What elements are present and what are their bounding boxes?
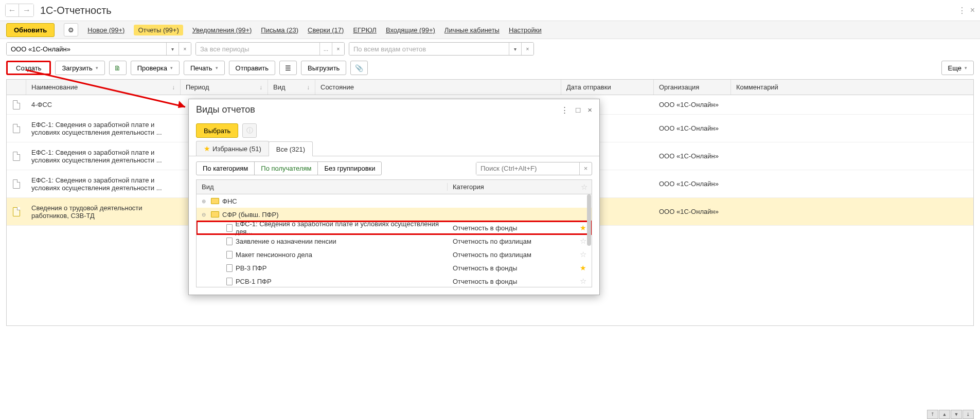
modal-th-type[interactable]: Вид bbox=[197, 183, 448, 191]
nav-reports[interactable]: Отчеты (99+) bbox=[134, 25, 183, 35]
row-name: ЕФС-1: Сведения о заработной плате и усл… bbox=[26, 144, 181, 168]
period-filter-clear[interactable]: × bbox=[332, 43, 344, 55]
th-org[interactable]: Организация bbox=[654, 80, 731, 95]
row-name: ЕФС-1: Сведения о заработной плате и усл… bbox=[26, 172, 181, 196]
th-icon bbox=[7, 80, 26, 95]
row-name: 4-ФСС bbox=[26, 97, 181, 113]
scroll-bottom-button[interactable]: ⤓ bbox=[963, 410, 974, 419]
th-state[interactable]: Состояние bbox=[315, 80, 561, 95]
document-icon bbox=[13, 152, 20, 161]
tree-item[interactable]: Макет пенсионного дела Отчетность по физ… bbox=[197, 248, 592, 261]
create-button[interactable]: Создать bbox=[6, 61, 51, 75]
document-icon bbox=[226, 238, 233, 245]
org-filter-dropdown[interactable]: ▾ bbox=[166, 43, 179, 55]
attach-icon-button[interactable]: 📎 bbox=[350, 61, 368, 75]
filter-row: ▾ × … × ▾ × bbox=[0, 39, 980, 59]
period-filter-picker[interactable]: … bbox=[319, 43, 332, 55]
tree-item[interactable]: ЕФС-1: Сведения о заработной плате и усл… bbox=[197, 221, 592, 234]
print-button[interactable]: Печать bbox=[184, 61, 225, 75]
th-period[interactable]: Период↓ bbox=[181, 80, 268, 95]
th-type[interactable]: Вид↓ bbox=[268, 80, 315, 95]
folder-icon bbox=[211, 211, 219, 217]
seg-by-recipient[interactable]: По получателям bbox=[254, 161, 318, 175]
document-icon bbox=[13, 179, 20, 189]
star-icon[interactable]: ☆ bbox=[580, 277, 586, 286]
star-icon: ★ bbox=[204, 144, 210, 153]
star-icon[interactable]: ☆ bbox=[580, 250, 586, 259]
nav-new[interactable]: Новое (99+) bbox=[87, 26, 124, 34]
gear-icon[interactable]: ⚙ bbox=[64, 23, 78, 37]
toolbar: Обновить ⚙ Новое (99+) Отчеты (99+) Увед… bbox=[0, 21, 980, 39]
tree-item[interactable]: РСВ-1 ПФР Отчетность в фонды☆ bbox=[197, 275, 592, 287]
period-filter-input[interactable] bbox=[196, 43, 319, 55]
search-input[interactable] bbox=[476, 162, 579, 175]
row-name: Сведения о трудовой деятельности работни… bbox=[26, 200, 181, 224]
scroll-down-button[interactable]: ▼ bbox=[951, 410, 962, 419]
expand-icon[interactable]: ⊕ bbox=[202, 198, 208, 204]
modal-maximize-icon[interactable]: □ bbox=[576, 105, 580, 115]
close-icon[interactable]: × bbox=[970, 6, 975, 15]
info-icon-button[interactable]: ⓘ bbox=[242, 123, 257, 138]
report-types-modal: Виды отчетов ⋮ □ × Выбрать ⓘ ★Избранные … bbox=[188, 99, 600, 295]
title-bar: ← → 1С-Отчетность ⋮ × bbox=[0, 0, 980, 21]
scrollbar-thumb[interactable] bbox=[587, 194, 591, 246]
tree-item[interactable]: РВ-3 ПФР Отчетность в фонды★ bbox=[197, 261, 592, 275]
row-org: ООО «1С-Онлайн» bbox=[654, 97, 731, 113]
nav-arrows: ← → bbox=[5, 4, 34, 17]
modal-th-category[interactable]: Категория☆ bbox=[448, 183, 592, 192]
modal-menu-icon[interactable]: ⋮ bbox=[561, 105, 568, 115]
type-filter-clear[interactable]: × bbox=[521, 43, 533, 55]
row-org: ООО «1С-Онлайн» bbox=[654, 148, 731, 164]
star-icon[interactable]: ★ bbox=[580, 224, 586, 232]
reload-icon-button[interactable]: 🗎 bbox=[109, 61, 127, 75]
seg-by-category[interactable]: По категориям bbox=[196, 161, 255, 175]
collapse-icon[interactable]: ⊖ bbox=[202, 212, 208, 217]
star-icon[interactable]: ★ bbox=[580, 264, 586, 272]
star-icon: ☆ bbox=[581, 183, 587, 192]
search-clear-button[interactable]: × bbox=[579, 162, 592, 175]
nav-egrul[interactable]: ЕГРЮЛ bbox=[353, 26, 376, 34]
row-name: ЕФС-1: Сведения о заработной плате и усл… bbox=[26, 117, 181, 140]
scroll-top-button[interactable]: ⤒ bbox=[927, 410, 938, 419]
select-button[interactable]: Выбрать bbox=[196, 123, 238, 138]
document-icon bbox=[13, 207, 20, 216]
type-filter-input[interactable] bbox=[349, 43, 509, 55]
load-button[interactable]: Загрузить bbox=[55, 61, 104, 75]
nav-reconciliations[interactable]: Сверки (17) bbox=[308, 26, 344, 34]
th-name[interactable]: Наименование↓ bbox=[26, 80, 181, 95]
seg-no-group[interactable]: Без группировки bbox=[317, 161, 382, 175]
nav-cabinets[interactable]: Личные кабинеты bbox=[444, 26, 500, 34]
document-icon bbox=[226, 264, 233, 272]
nav-back-button[interactable]: ← bbox=[6, 4, 19, 16]
scroll-up-button[interactable]: ▲ bbox=[939, 410, 950, 419]
export-button[interactable]: Выгрузить bbox=[301, 61, 346, 75]
row-org: ООО «1С-Онлайн» bbox=[654, 204, 731, 220]
row-org: ООО «1С-Онлайн» bbox=[654, 176, 731, 192]
tree-item[interactable]: Заявление о назначении пенсии Отчетность… bbox=[197, 234, 592, 248]
nav-notifications[interactable]: Уведомления (99+) bbox=[192, 26, 252, 34]
nav-incoming[interactable]: Входящие (99+) bbox=[386, 26, 435, 34]
tab-favorites[interactable]: ★Избранные (51) bbox=[196, 141, 269, 156]
type-filter-dropdown[interactable]: ▾ bbox=[509, 43, 521, 55]
tab-all[interactable]: Все (321) bbox=[269, 141, 313, 156]
document-icon bbox=[226, 224, 233, 232]
tree-folder-fns[interactable]: ⊕ФНС bbox=[197, 194, 592, 208]
star-icon[interactable]: ☆ bbox=[580, 236, 586, 246]
nav-forward-button[interactable]: → bbox=[20, 4, 33, 16]
check-button[interactable]: Проверка bbox=[131, 61, 180, 75]
nav-settings[interactable]: Настройки bbox=[509, 26, 542, 34]
tree-folder-sfr[interactable]: ⊖СФР (бывш. ПФР) bbox=[197, 208, 592, 221]
modal-close-icon[interactable]: × bbox=[587, 105, 592, 115]
send-button[interactable]: Отправить bbox=[229, 61, 275, 75]
refresh-button[interactable]: Обновить bbox=[6, 23, 55, 37]
th-comment[interactable]: Комментарий bbox=[731, 80, 973, 95]
th-date[interactable]: Дата отправки bbox=[561, 80, 654, 95]
menu-icon[interactable]: ⋮ bbox=[958, 6, 966, 15]
list-icon-button[interactable]: ☰ bbox=[279, 61, 297, 75]
modal-title: Виды отчетов bbox=[196, 104, 255, 115]
nav-letters[interactable]: Письма (23) bbox=[261, 26, 298, 34]
table-scroll-buttons: ⤒ ▲ ▼ ⤓ bbox=[927, 410, 974, 419]
org-filter-clear[interactable]: × bbox=[179, 43, 191, 55]
org-filter-input[interactable] bbox=[7, 43, 166, 55]
more-button[interactable]: Еще bbox=[941, 61, 974, 75]
